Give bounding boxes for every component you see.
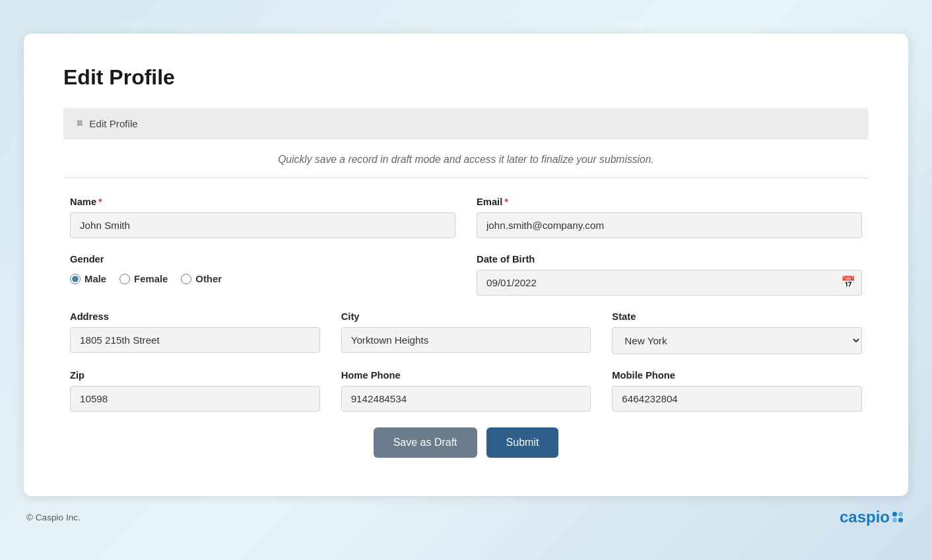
page-wrapper: Edit Profile ≡ Edit Profile Quickly save… [0,0,932,560]
email-input[interactable] [477,212,862,238]
form-row-address: Address City State New York California T… [70,311,862,354]
breadcrumb-icon: ≡ [77,117,83,129]
breadcrumb-label: Edit Profile [89,118,137,129]
dot-1 [892,512,897,516]
form-group-dob: Date of Birth 📅 [477,254,862,296]
form-group-home-phone: Home Phone [341,370,591,412]
name-input[interactable] [70,212,455,238]
caspio-dots [892,512,906,522]
submit-button[interactable]: Submit [486,427,559,458]
gender-options: Male Female Other [70,270,455,290]
gender-male-radio[interactable] [70,274,81,284]
footer: © Caspio Inc. caspio [0,496,932,526]
gender-label: Gender [70,254,455,264]
address-label: Address [70,311,320,322]
dob-wrapper: 📅 [477,270,862,296]
form-group-address: Address [70,311,320,354]
form-divider [63,177,869,178]
email-label: Email* [477,197,862,207]
subtitle-text: Quickly save a record in draft mode and … [63,139,869,177]
form-section: Name* Email* Gender [63,197,869,464]
gender-other-radio[interactable] [181,274,191,284]
mobile-phone-label: Mobile Phone [612,370,862,381]
gender-female-label: Female [134,274,168,284]
state-select[interactable]: New York California Texas Florida Illino… [612,327,862,354]
name-label: Name* [70,197,455,207]
form-row-name-email: Name* Email* [70,197,862,238]
gender-male-label: Male [84,274,106,284]
save-draft-button[interactable]: Save as Draft [374,427,477,458]
home-phone-label: Home Phone [341,370,591,381]
home-phone-input[interactable] [341,386,591,412]
breadcrumb-bar: ≡ Edit Profile [63,108,869,139]
city-input[interactable] [341,327,591,353]
address-input[interactable] [70,327,320,353]
form-row-contact: Zip Home Phone Mobile Phone [70,370,862,412]
main-card: Edit Profile ≡ Edit Profile Quickly save… [24,34,908,496]
name-required: * [98,197,102,207]
form-group-name: Name* [70,197,455,238]
state-label: State [612,311,862,322]
caspio-logo: caspio [840,508,906,526]
dob-label: Date of Birth [477,254,862,264]
gender-other-label: Other [195,274,222,284]
gender-other-option[interactable]: Other [181,274,222,284]
zip-label: Zip [70,370,320,381]
form-group-state: State New York California Texas Florida … [612,311,862,354]
dot-3 [892,518,897,522]
form-group-city: City [341,311,591,354]
gender-female-radio[interactable] [119,274,130,284]
form-group-mobile-phone: Mobile Phone [612,370,862,412]
dot-2 [898,512,903,516]
form-group-gender: Gender Male Female Other [70,254,455,296]
button-row: Save as Draft Submit [70,427,862,464]
copyright-text: © Caspio Inc. [26,513,81,522]
dot-4 [898,518,903,522]
mobile-phone-input[interactable] [612,386,862,412]
gender-male-option[interactable]: Male [70,274,106,284]
form-group-email: Email* [477,197,862,238]
caspio-logo-text: caspio [840,508,890,526]
email-required: * [504,197,508,207]
gender-female-option[interactable]: Female [119,274,168,284]
dob-input[interactable] [477,270,862,296]
city-label: City [341,311,591,322]
zip-input[interactable] [70,386,320,412]
form-group-zip: Zip [70,370,320,412]
form-row-gender-dob: Gender Male Female Other [70,254,862,296]
page-title: Edit Profile [63,65,869,90]
